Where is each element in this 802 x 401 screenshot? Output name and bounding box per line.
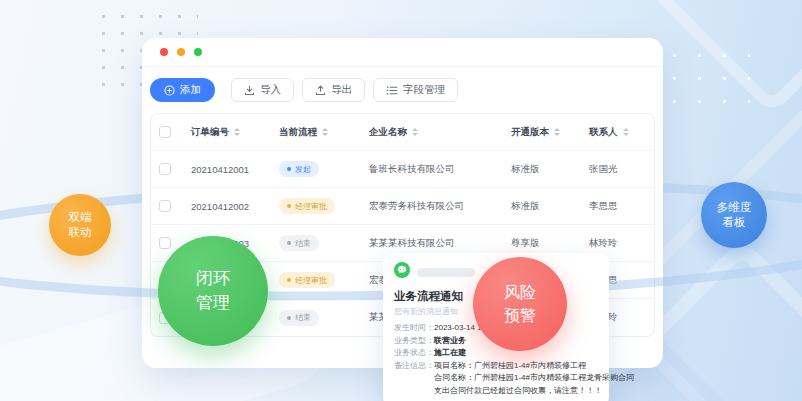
field-management-button[interactable]: 字段管理 [373,78,458,102]
feature-badge-multi-dashboard: 多维度 看板 [701,182,767,248]
table-header-row: 订单编号 当前流程 企业名称 开通版本 联系人 [151,114,654,151]
header-contact[interactable]: 联系人 [576,126,654,139]
field-label: 备注信息： [394,360,434,398]
close-window-icon[interactable] [160,48,168,56]
sort-icon[interactable] [554,128,560,136]
chat-icon [394,262,410,282]
contact: 李思思 [576,200,654,213]
sort-icon[interactable] [322,128,328,136]
contact: 张国光 [576,163,654,176]
feature-badge-risk-warning: 风险 预警 [473,257,567,351]
company-name: 宏泰劳务科技有限公司 [356,200,498,213]
flow-status-badge: 发起 [279,161,319,177]
header-order-number[interactable]: 订单编号 [178,126,266,139]
upload-icon [315,85,326,96]
field-label: 业务类型： [394,335,434,348]
company-name: 某某某科技有限公司 [356,237,498,250]
row-checkbox[interactable] [159,237,171,249]
contact: 林玲玲 [576,237,654,250]
feature-badge-closed-loop: 闭环 管理 [158,236,268,346]
sort-icon[interactable] [234,128,240,136]
window-titlebar [142,38,663,67]
header-current-flow[interactable]: 当前流程 [266,126,356,139]
flow-status-badge: 结束 [279,310,319,326]
add-button-label: 添加 [180,83,201,97]
field-value: 联营业务 [434,335,466,348]
order-number: 20210412001 [178,164,266,175]
import-button-label: 导入 [260,83,281,97]
sort-icon[interactable] [623,128,629,136]
flow-status-badge: 结束 [279,235,319,251]
list-icon [386,85,398,96]
table-row: 20210412001 发起 鲁班长科技有限公司 标准版 张国光 [151,151,654,188]
toolbar: 添加 导入 导出 字段管理 [150,78,466,102]
download-icon [244,85,255,96]
field-management-button-label: 字段管理 [403,83,445,97]
notification-app-name-placeholder [417,268,475,277]
version: 尊享版 [498,237,576,250]
feature-badge-dual-link: 双端 联动 [49,194,111,256]
import-button[interactable]: 导入 [231,78,294,102]
sort-icon[interactable] [412,128,418,136]
row-checkbox[interactable] [159,163,171,175]
remark-lines: 项目名称：广州碧桂园1-4#市内精装修工程 合同名称：广州碧桂园1-4#市内精装… [434,360,634,398]
add-button[interactable]: 添加 [150,78,215,102]
version: 标准版 [498,200,576,213]
header-version[interactable]: 开通版本 [498,126,576,139]
order-number: 20210412002 [178,201,266,212]
field-value: 施工在建 [434,347,466,360]
select-all-checkbox[interactable] [159,126,171,138]
dot-grid-decoration [662,44,750,110]
table-row: 20210412002 经理审批 宏泰劳务科技有限公司 标准版 李思思 [151,188,654,225]
row-checkbox[interactable] [159,200,171,212]
company-name: 鲁班长科技有限公司 [356,163,498,176]
plus-circle-icon [164,85,175,96]
header-company-name[interactable]: 企业名称 [356,126,498,139]
field-label: 发生时间： [394,322,434,335]
flow-status-badge: 经理审批 [279,198,335,214]
maximize-window-icon[interactable] [194,48,202,56]
export-button-label: 导出 [331,83,352,97]
field-label: 业务状态： [394,347,434,360]
minimize-window-icon[interactable] [177,48,185,56]
export-button[interactable]: 导出 [302,78,365,102]
flow-status-badge: 经理审批 [279,272,335,288]
version: 标准版 [498,163,576,176]
